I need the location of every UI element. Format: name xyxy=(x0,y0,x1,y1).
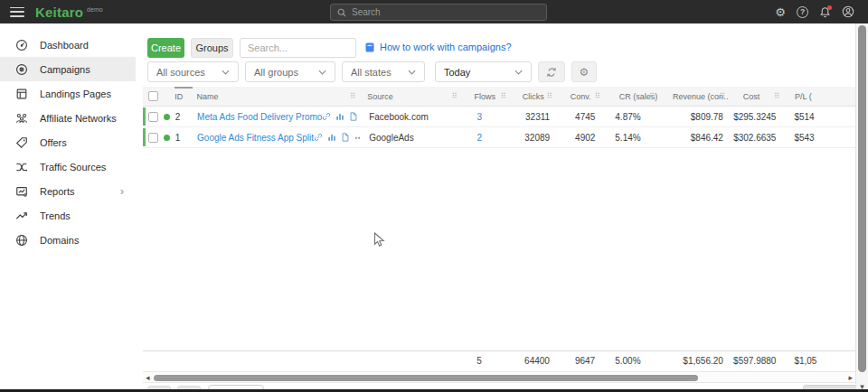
status-active-dot xyxy=(164,114,170,120)
sidebar-item-label: Dashboard xyxy=(40,40,89,51)
help-link-label: How to work with campaigns? xyxy=(380,42,512,52)
table-settings-gear-icon[interactable]: ⚙ xyxy=(571,61,597,82)
campaign-report-icon[interactable] xyxy=(349,112,358,121)
offers-tag-icon xyxy=(15,136,28,149)
sidebar-item-trends[interactable]: Trends xyxy=(0,203,136,228)
sidebar-item-affiliate-networks[interactable]: Affiliate Networks xyxy=(0,106,136,130)
campaign-stats-icon[interactable] xyxy=(335,112,344,121)
campaign-id: 1 xyxy=(175,127,197,147)
campaign-name-link[interactable]: Meta Ads Food Delivery Promo xyxy=(197,112,322,122)
revenue-value: $846.42 xyxy=(658,127,728,147)
account-avatar-icon[interactable] xyxy=(842,5,854,18)
drag-handle-icon[interactable]: ⠿ xyxy=(452,92,458,100)
clicks-value: 32311 xyxy=(512,107,557,126)
total-cost: $597.9880 xyxy=(728,351,782,370)
column-header-revenue[interactable]: Revenue (con…⠿ xyxy=(657,87,728,106)
sidebar-item-landings-pages[interactable]: Landings Pages xyxy=(0,81,136,106)
clicks-value: 32089 xyxy=(512,127,557,147)
campaign-stats-icon[interactable] xyxy=(327,133,336,142)
flows-count-link[interactable]: 3 xyxy=(476,112,482,122)
groups-button[interactable]: Groups xyxy=(191,38,233,58)
flows-count-link[interactable]: 2 xyxy=(476,133,482,143)
campaign-source: GoogleAds xyxy=(360,127,462,147)
sidebar-item-label: Affiliate Networks xyxy=(40,113,117,124)
campaigns-search-input[interactable] xyxy=(240,38,356,58)
sidebar-item-dashboard[interactable]: Dashboard xyxy=(0,33,136,57)
drag-handle-icon[interactable]: ⠿ xyxy=(774,92,779,100)
help-link[interactable]: How to work with campaigns? xyxy=(365,42,512,52)
sidebar-item-campaigns[interactable]: Campaigns xyxy=(0,57,136,81)
hamburger-menu-icon[interactable] xyxy=(10,7,24,17)
sidebar-item-reports[interactable]: Reports › xyxy=(0,179,136,203)
vertical-scrollbar-thumb[interactable] xyxy=(858,25,866,372)
help-icon[interactable]: ? xyxy=(797,6,808,18)
column-header-cr-sales[interactable]: CR (sales)⠿ xyxy=(603,87,657,106)
drag-handle-icon[interactable]: ⠿ xyxy=(350,92,355,100)
chevron-down-icon xyxy=(408,70,416,75)
sidebar-item-label: Landings Pages xyxy=(40,89,111,99)
filter-all-states[interactable]: All states xyxy=(342,61,425,82)
column-header-cost[interactable]: Cost⠿ xyxy=(728,87,782,106)
global-search-input[interactable] xyxy=(352,7,540,17)
vertical-scrollbar[interactable]: ▾ xyxy=(855,23,868,392)
cost-value: $295.3245 xyxy=(728,107,781,126)
column-header-clicks[interactable]: Clicks⠿ xyxy=(509,87,555,106)
filter-label: Today xyxy=(444,67,470,78)
drag-handle-icon[interactable]: ⠿ xyxy=(720,92,725,100)
refresh-button[interactable] xyxy=(538,61,565,82)
sidebar-item-traffic-sources[interactable]: Traffic Sources xyxy=(0,154,136,179)
sidebar-item-label: Traffic Sources xyxy=(40,162,106,173)
sidebar-item-label: Reports xyxy=(40,186,75,197)
drag-handle-icon[interactable]: ⠿ xyxy=(547,92,552,100)
chevron-right-icon: › xyxy=(120,185,124,198)
campaign-link-icon[interactable] xyxy=(322,112,331,121)
filter-all-sources[interactable]: All sources xyxy=(147,61,239,82)
column-header-conv[interactable]: Conv.⠿ xyxy=(555,87,603,106)
status-active-dot xyxy=(164,135,170,141)
affiliate-people-icon xyxy=(15,112,28,125)
horizontal-scrollbar-thumb[interactable] xyxy=(154,375,698,381)
revenue-value: $809.78 xyxy=(658,107,728,126)
refresh-icon xyxy=(546,67,557,78)
notifications-bell-icon[interactable] xyxy=(819,6,831,18)
column-header-id[interactable]: ID xyxy=(175,87,196,106)
create-button[interactable]: Create xyxy=(147,38,184,58)
campaign-report-icon[interactable] xyxy=(341,133,350,142)
campaign-name-link[interactable]: Google Ads Fitness App Split xyxy=(197,133,314,143)
sidebar-item-label: Trends xyxy=(40,210,71,221)
sidebar-item-offers[interactable]: Offers xyxy=(0,130,136,154)
conversions-value: 4745 xyxy=(557,107,604,126)
column-header-pl[interactable]: P/L ( xyxy=(782,87,855,106)
filter-date-range[interactable]: Today xyxy=(435,61,532,82)
drag-handle-icon[interactable]: ⠿ xyxy=(649,92,655,100)
column-header-flows[interactable]: Flows⠿ xyxy=(460,87,509,106)
traffic-split-icon xyxy=(15,161,28,173)
topbar-icons: ⚙ ? xyxy=(775,0,854,23)
row-checkbox[interactable] xyxy=(148,133,158,143)
campaign-link-icon[interactable] xyxy=(314,133,323,142)
keitaro-app-window: Keitaro demo ⚙ ? Dashboard Campaigns xyxy=(0,0,868,392)
scroll-right-arrow-icon[interactable]: ▸ xyxy=(848,373,853,383)
reports-chart-icon xyxy=(15,185,28,198)
row-checkbox[interactable] xyxy=(148,112,158,122)
table-row[interactable]: 2 Meta Ads Food Delivery Promo ⋯ Faceboo… xyxy=(143,107,855,127)
select-all-checkbox[interactable] xyxy=(148,91,158,101)
filter-all-groups[interactable]: All groups xyxy=(245,61,335,82)
campaigns-target-icon xyxy=(15,63,28,76)
column-header-source[interactable]: Source⠿ xyxy=(358,87,459,106)
table-row[interactable]: 1 Google Ads Fitness App Split ⋯ GoogleA… xyxy=(143,127,855,148)
horizontal-scrollbar[interactable]: ◂ ▸ xyxy=(143,371,855,383)
total-conversions: 9647 xyxy=(557,351,604,370)
drag-handle-icon[interactable]: ⠿ xyxy=(595,92,600,100)
landings-page-icon xyxy=(15,88,28,100)
sidebar-item-domains[interactable]: Domains xyxy=(0,228,136,252)
manual-book-icon xyxy=(365,42,374,52)
scroll-left-arrow-icon[interactable]: ◂ xyxy=(146,373,150,383)
global-search[interactable] xyxy=(330,4,547,21)
app-logo[interactable]: Keitaro xyxy=(35,5,83,20)
table-totals-row: 5 64400 9647 5.00% $1,656.20 $597.9880 $… xyxy=(143,350,855,370)
settings-gear-icon[interactable]: ⚙ xyxy=(775,6,786,18)
drag-handle-icon[interactable]: ⠿ xyxy=(501,92,506,100)
trends-line-icon xyxy=(15,210,28,222)
column-header-name[interactable]: Name⠿ xyxy=(197,87,359,106)
